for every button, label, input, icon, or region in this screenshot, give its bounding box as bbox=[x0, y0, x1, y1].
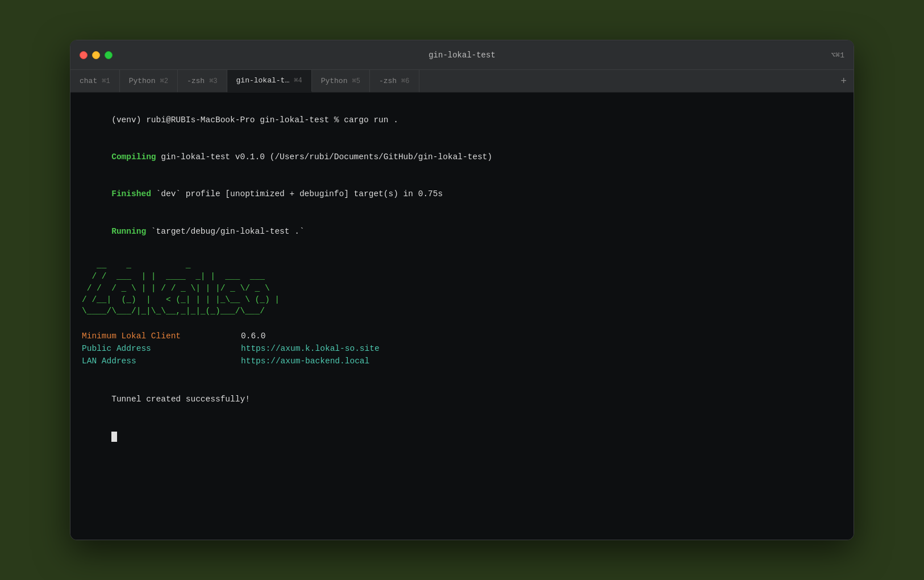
cursor-line bbox=[82, 419, 842, 455]
tab-python2[interactable]: Python ⌘5 bbox=[312, 70, 370, 92]
ascii-art: __ _ _ / / ___ | | ____ _| | ___ ___ / /… bbox=[82, 259, 842, 317]
spacer1 bbox=[82, 250, 842, 259]
ascii-line-1: __ _ _ bbox=[82, 259, 842, 271]
compiling-line: Compiling gin-lokal-test v0.1.0 (/Users/… bbox=[82, 139, 842, 176]
ascii-line-5: \____/\___/|_|\_\__,_|_|_(_)___/\___/ bbox=[82, 305, 842, 317]
minimize-button[interactable] bbox=[92, 51, 100, 59]
success-line: Tunnel created successfully! bbox=[82, 382, 842, 419]
min-client-value: 0.6.0 bbox=[241, 330, 266, 343]
running-line: Running `target/debug/gin-lokal-test .` bbox=[82, 213, 842, 250]
info-table: Minimum Lokal Client 0.6.0 Public Addres… bbox=[82, 330, 842, 367]
tab-zsh1-shortcut: ⌘3 bbox=[209, 77, 217, 85]
tab-gin-lokal-shortcut: ⌘4 bbox=[294, 76, 302, 85]
tab-python1-label: Python bbox=[129, 77, 156, 85]
spacer2 bbox=[82, 317, 842, 326]
add-tab-button[interactable]: + bbox=[834, 70, 854, 92]
lan-address-label: LAN Address bbox=[82, 355, 241, 368]
title-bar: gin-lokal-test ⌥⌘1 bbox=[70, 40, 854, 70]
compiling-text: gin-lokal-test v0.1.0 (/Users/rubi/Docum… bbox=[156, 152, 493, 161]
terminal-window: gin-lokal-test ⌥⌘1 chat ⌘1 Python ⌘2 -zs… bbox=[70, 40, 854, 540]
prompt-text: (venv) rubi@RUBIs-MacBook-Pro gin-lokal-… bbox=[111, 115, 398, 125]
tab-python2-label: Python bbox=[321, 77, 348, 85]
maximize-button[interactable] bbox=[105, 51, 113, 59]
prompt-line: (venv) rubi@RUBIs-MacBook-Pro gin-lokal-… bbox=[82, 102, 842, 139]
tab-python2-shortcut: ⌘5 bbox=[352, 77, 360, 85]
ascii-line-4: / /__| (_) | < (_| | | |_\__ \ (_) | bbox=[82, 294, 842, 305]
terminal-cursor bbox=[111, 432, 117, 442]
tab-zsh1-label: -zsh bbox=[187, 77, 205, 85]
window-shortcut: ⌥⌘1 bbox=[831, 51, 844, 60]
tab-zsh2-shortcut: ⌘6 bbox=[401, 77, 409, 85]
tab-chat[interactable]: chat ⌘1 bbox=[70, 70, 120, 92]
running-label: Running bbox=[111, 227, 146, 236]
compiling-label: Compiling bbox=[111, 152, 156, 161]
close-button[interactable] bbox=[80, 51, 88, 59]
tab-zsh1[interactable]: -zsh ⌘3 bbox=[178, 70, 227, 92]
tab-python1-shortcut: ⌘2 bbox=[160, 77, 168, 85]
finished-text: `dev` profile [unoptimized + debuginfo] … bbox=[151, 189, 443, 198]
ascii-line-3: / / / _ \ | | / / _ \| | |/ _ \/ _ \ bbox=[82, 283, 842, 294]
public-address-label: Public Address bbox=[82, 343, 241, 355]
window-title: gin-lokal-test bbox=[428, 51, 496, 60]
tab-zsh2-label: -zsh bbox=[379, 77, 397, 85]
spacer3 bbox=[82, 372, 842, 382]
running-text: `target/debug/gin-lokal-test .` bbox=[146, 227, 304, 236]
min-client-label: Minimum Lokal Client bbox=[82, 330, 241, 343]
info-row-public: Public Address https://axum.k.lokal-so.s… bbox=[82, 343, 842, 355]
tab-chat-label: chat bbox=[80, 77, 97, 85]
info-row-minclient: Minimum Lokal Client 0.6.0 bbox=[82, 330, 842, 343]
tab-gin-lokal-label: gin-lokal-t… bbox=[236, 76, 290, 85]
success-text: Tunnel created successfully! bbox=[111, 395, 250, 404]
tab-bar: chat ⌘1 Python ⌘2 -zsh ⌘3 gin-lokal-t… ⌘… bbox=[70, 70, 854, 93]
finished-line: Finished `dev` profile [unoptimized + de… bbox=[82, 176, 842, 213]
tab-gin-lokal[interactable]: gin-lokal-t… ⌘4 bbox=[227, 70, 312, 92]
terminal-content[interactable]: (venv) rubi@RUBIs-MacBook-Pro gin-lokal-… bbox=[70, 93, 854, 540]
tab-zsh2[interactable]: -zsh ⌘6 bbox=[370, 70, 419, 92]
ascii-line-2: / / ___ | | ____ _| | ___ ___ bbox=[82, 271, 842, 282]
tab-python1[interactable]: Python ⌘2 bbox=[120, 70, 178, 92]
lan-address-value: https://axum-backend.local bbox=[241, 355, 369, 368]
info-row-lan: LAN Address https://axum-backend.local bbox=[82, 355, 842, 368]
tab-chat-shortcut: ⌘1 bbox=[102, 77, 110, 85]
finished-label: Finished bbox=[111, 189, 151, 198]
traffic-lights bbox=[70, 51, 113, 59]
public-address-value: https://axum.k.lokal-so.site bbox=[241, 343, 380, 355]
